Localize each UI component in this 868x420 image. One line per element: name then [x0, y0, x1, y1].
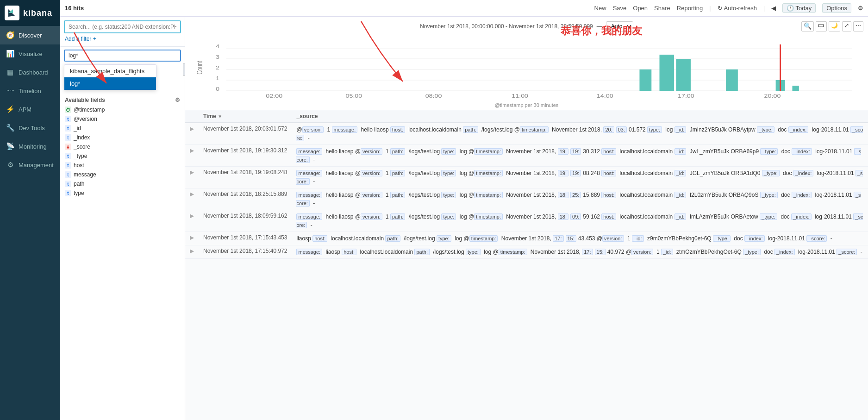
interval-select[interactable]: Auto	[606, 21, 633, 31]
expand-button[interactable]: ▶	[190, 191, 194, 197]
open-button[interactable]: Open	[633, 5, 648, 12]
source-key: timestamp:	[474, 170, 503, 176]
expand-icon[interactable]: ⤢	[842, 21, 851, 31]
sidebar-item-apm[interactable]: ⚡ APM	[0, 100, 60, 119]
index-dropdown: kibana_sample_data_flights log*	[64, 64, 156, 90]
field-type-t: t	[65, 125, 71, 132]
auto-refresh-button[interactable]: ↻ Auto-refresh	[718, 5, 757, 12]
night-icon: 🌙	[829, 21, 840, 31]
sidebar-item-devtools[interactable]: 🔧 Dev Tools	[0, 119, 60, 137]
expand-button[interactable]: ▶	[190, 147, 194, 154]
expand-button[interactable]: ▶	[190, 125, 194, 132]
source-key: type:	[441, 170, 456, 176]
source-key: version:	[631, 249, 653, 255]
index-selector[interactable]: log*	[64, 50, 181, 62]
source-key: _id:	[674, 126, 687, 133]
grid-icon: ▦	[6, 68, 15, 77]
options-button[interactable]: Options	[822, 3, 851, 13]
field-path[interactable]: t path	[60, 179, 185, 188]
source-key: _type:	[760, 213, 777, 220]
field-name: path	[74, 181, 84, 187]
sidebar-item-dashboard[interactable]: ▦ Dashboard	[0, 63, 60, 81]
results-body: ▶ November 1st 2018, 20:03:01.572 @versi…	[185, 123, 868, 259]
fields-gear-icon[interactable]: ⚙	[175, 97, 180, 103]
field-type-item[interactable]: t _type	[60, 151, 185, 161]
new-button[interactable]: New	[594, 5, 606, 12]
source-key: timestamp:	[474, 148, 503, 155]
chart-icons: 🔍 中 🌙 ⤢ ⋯	[801, 21, 863, 31]
source-key: type:	[647, 126, 662, 133]
app-logo[interactable]: kibana	[0, 0, 60, 26]
sidebar-item-discover[interactable]: 🧭 Discover	[0, 26, 60, 44]
sidebar-item-management[interactable]: ⚙ Management	[0, 156, 60, 174]
share-button[interactable]: Share	[654, 5, 670, 12]
field-name: _score	[74, 144, 90, 150]
wrench-icon: 🔧	[6, 123, 15, 132]
sidebar-item-visualize[interactable]: 📊 Visualize	[0, 44, 60, 63]
time-col-header[interactable]: Time ▼	[199, 110, 292, 123]
back-button[interactable]: ◀	[771, 5, 776, 12]
expand-cell[interactable]: ▶	[185, 245, 199, 259]
field-message[interactable]: t message	[60, 170, 185, 179]
sidebar-label-monitoring: Monitoring	[19, 143, 47, 150]
source-key: type:	[441, 148, 456, 155]
settings-icon[interactable]: ⚙	[858, 5, 863, 12]
sidebar-item-timelion[interactable]: 〰 Timelion	[0, 81, 60, 100]
save-button[interactable]: Save	[613, 5, 627, 12]
source-key: _index:	[792, 192, 812, 198]
field-type-field[interactable]: t type	[60, 188, 185, 198]
expand-cell[interactable]: ▶	[185, 210, 199, 232]
svg-text:05:00: 05:00	[345, 94, 362, 99]
chinese-char-icon: 中	[816, 21, 827, 31]
histogram-header: November 1st 2018, 00:00:00.000 - Novemb…	[194, 21, 859, 31]
add-filter-button[interactable]: Add a filter +	[65, 36, 96, 42]
sidebar-item-monitoring[interactable]: 📡 Monitoring	[0, 137, 60, 156]
reporting-button[interactable]: Reporting	[677, 5, 703, 12]
svg-rect-16	[793, 86, 799, 91]
expand-cell[interactable]: ▶	[185, 145, 199, 167]
search-chart-icon[interactable]: 🔍	[801, 21, 814, 31]
topbar-right: New Save Open Share Reporting | ↻ Auto-r…	[594, 3, 863, 13]
index-option-log[interactable]: log*	[64, 77, 156, 90]
field-host[interactable]: t host	[60, 161, 185, 170]
source-key: path:	[414, 249, 429, 255]
source-key: version:	[302, 126, 324, 133]
expand-cell[interactable]: ▶	[185, 188, 199, 210]
source-key: _index:	[788, 126, 808, 133]
date-range: November 1st 2018, 00:00:00.000 - Novemb…	[420, 23, 593, 30]
source-cell: liaosp host: localhost.localdomain path:…	[292, 232, 868, 245]
selected-index: log*	[69, 52, 78, 59]
source-key: _type:	[760, 148, 778, 155]
field-score[interactable]: # _score	[60, 142, 185, 151]
source-key: 20:	[603, 126, 614, 133]
expand-cell[interactable]: ▶	[185, 123, 199, 145]
field-index[interactable]: t _index	[60, 133, 185, 142]
expand-button[interactable]: ▶	[190, 234, 194, 241]
filter-row: Add a filter +	[64, 33, 181, 44]
source-key: _type:	[713, 235, 731, 242]
source-key: path:	[390, 148, 405, 155]
index-option-flights[interactable]: kibana_sample_data_flights	[64, 65, 156, 77]
time-cell: November 1st 2018, 18:09:59.162	[199, 210, 292, 232]
time-cell: November 1st 2018, 18:25:15.889	[199, 188, 292, 210]
field-type-t: t	[65, 134, 71, 141]
svg-text:17:00: 17:00	[678, 94, 694, 99]
expand-button[interactable]: ▶	[190, 213, 194, 219]
today-button[interactable]: 🕐 Today	[782, 3, 816, 13]
chart-x-label: @timestamp per 30 minutes	[194, 102, 859, 108]
source-key: type:	[466, 249, 481, 255]
search-input[interactable]	[65, 21, 180, 32]
expand-cell[interactable]: ▶	[185, 232, 199, 245]
field-type-t: t	[65, 171, 71, 178]
expand-button[interactable]: ▶	[190, 248, 194, 254]
fields-header: Available fields ⚙	[60, 95, 185, 105]
refresh-icon: ↻	[718, 5, 723, 12]
more-icon[interactable]: ⋯	[853, 21, 863, 31]
source-cell: @version: 1 message: hello liaosp host: …	[292, 123, 868, 145]
field-version[interactable]: t @version	[60, 114, 185, 124]
expand-cell[interactable]: ▶	[185, 167, 199, 188]
field-timestamp[interactable]: ⏱ @timestamp	[60, 105, 185, 114]
field-id[interactable]: t _id	[60, 124, 185, 133]
expand-button[interactable]: ▶	[190, 169, 194, 176]
source-key: version:	[602, 235, 624, 242]
